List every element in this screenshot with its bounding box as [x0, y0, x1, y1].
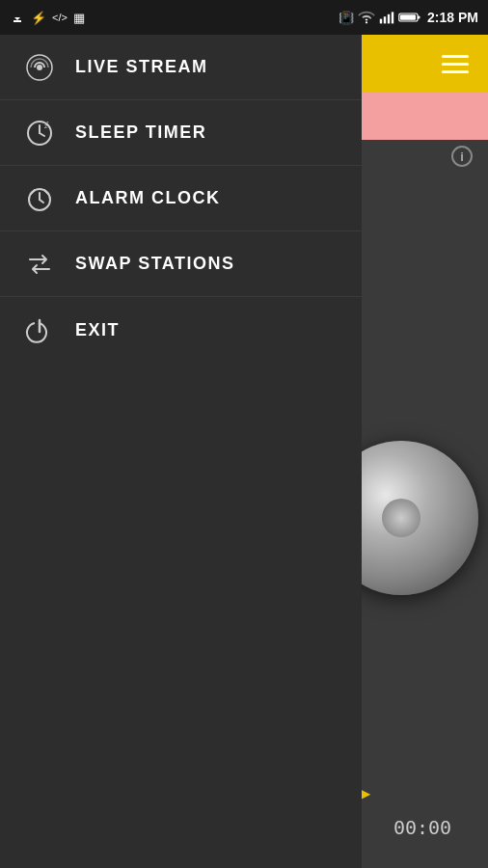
- svg-rect-7: [400, 14, 416, 20]
- svg-line-12: [40, 133, 44, 136]
- hamburger-button[interactable]: [442, 55, 469, 73]
- svg-rect-2: [384, 16, 386, 23]
- battery-icon: [398, 11, 421, 24]
- swap-stations-label: SWAP STATIONS: [75, 254, 235, 274]
- usb-icon: [10, 10, 25, 25]
- status-icon-barcode: ▦: [73, 11, 85, 25]
- wifi-circle-icon: [25, 53, 54, 82]
- drawer-item-sleep-timer[interactable]: z z SLEEP TIMER: [0, 100, 362, 166]
- disc-center: [382, 499, 420, 537]
- status-bar: ⚡ </> ▦ 📳 2:18 PM: [0, 0, 488, 35]
- clock-icon: z z: [25, 119, 54, 148]
- svg-line-17: [40, 200, 43, 203]
- alarm-icon: [25, 184, 54, 213]
- svg-rect-3: [388, 14, 390, 24]
- hamburger-line-2: [442, 63, 469, 66]
- wifi-icon: [358, 11, 375, 24]
- status-icons-left: ⚡ </> ▦: [10, 10, 85, 25]
- swap-icon: [25, 250, 54, 279]
- hamburger-line-1: [442, 55, 469, 58]
- main-container: 🧹 Clea... on y... i ▶ 00:00: [0, 35, 488, 868]
- svg-rect-6: [418, 15, 420, 18]
- power-icon: [25, 315, 54, 344]
- svg-line-18: [31, 190, 35, 194]
- svg-point-0: [366, 21, 367, 23]
- drawer-item-alarm-clock[interactable]: ALARM CLOCK: [0, 166, 362, 231]
- svg-point-9: [37, 65, 42, 70]
- status-icon-usb: ⚡: [31, 11, 46, 25]
- alarm-clock-icon: [23, 182, 56, 215]
- vibrate-icon: 📳: [339, 11, 354, 25]
- live-stream-label: LIVE STREAM: [75, 57, 208, 77]
- drawer-item-swap-stations[interactable]: SWAP STATIONS: [0, 231, 362, 297]
- svg-rect-4: [392, 12, 393, 23]
- svg-line-19: [44, 190, 48, 194]
- exit-label: EXIT: [75, 320, 120, 340]
- sleep-timer-label: SLEEP TIMER: [75, 122, 206, 143]
- nav-drawer: LIVE STREAM z z SLEEP TIMER: [0, 35, 362, 868]
- hamburger-line-3: [442, 70, 469, 73]
- timer-display: 00:00: [357, 816, 488, 839]
- signal-icon: [379, 11, 394, 24]
- sleep-timer-icon: z z: [23, 117, 56, 149]
- timer-value: 00:00: [393, 816, 451, 839]
- svg-rect-1: [380, 19, 382, 24]
- status-time: 2:18 PM: [427, 10, 478, 25]
- status-icons-right: 📳 2:18 PM: [339, 10, 478, 25]
- svg-text:z: z: [46, 120, 49, 125]
- drawer-item-exit[interactable]: EXIT: [0, 297, 362, 363]
- status-icon-dev: </>: [52, 12, 68, 23]
- info-icon[interactable]: i: [451, 146, 473, 167]
- drawer-item-live-stream[interactable]: LIVE STREAM: [0, 35, 362, 100]
- exit-icon: [23, 313, 56, 346]
- swap-stations-icon: [23, 248, 56, 281]
- live-stream-icon: [23, 51, 56, 84]
- alarm-clock-label: ALARM CLOCK: [75, 188, 220, 208]
